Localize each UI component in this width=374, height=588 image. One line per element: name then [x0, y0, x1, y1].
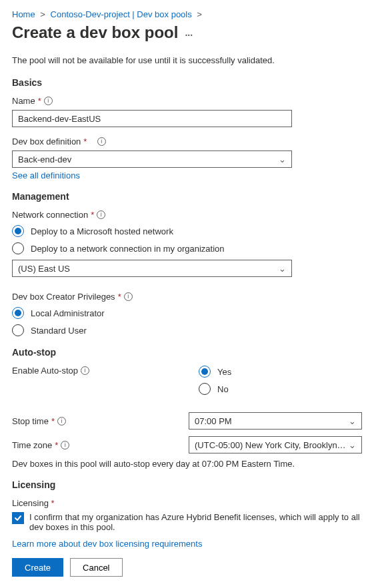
radio-org-network[interactable]	[12, 242, 24, 254]
definition-select[interactable]: Back-end-dev ⌄	[12, 150, 292, 168]
stop-time-label: Stop time	[12, 416, 49, 426]
chevron-down-icon: ⌄	[279, 264, 286, 274]
more-icon[interactable]: ···	[185, 30, 193, 41]
radio-standard-user-label: Standard User	[31, 326, 87, 336]
info-icon[interactable]: i	[124, 292, 133, 301]
section-autostop: Auto-stop	[12, 347, 362, 358]
required-icon: *	[91, 210, 94, 220]
chevron-down-icon: ⌄	[349, 440, 356, 450]
licensing-learn-link[interactable]: Learn more about dev box licensing requi…	[12, 539, 202, 549]
breadcrumb: Home > Contoso-Dev-project | Dev box poo…	[12, 9, 362, 19]
info-icon[interactable]: i	[97, 137, 106, 146]
licensing-label: Licensing	[12, 498, 49, 508]
timezone-select[interactable]: (UTC-05:00) New York City, Brooklyn, Que…	[189, 436, 362, 453]
section-management: Management	[12, 191, 362, 202]
breadcrumb-home[interactable]: Home	[12, 9, 35, 19]
info-icon[interactable]: i	[44, 97, 53, 105]
stop-time-select[interactable]: 07:00 PM ⌄	[189, 412, 362, 430]
chevron-right-icon: >	[37, 9, 48, 19]
required-icon: *	[38, 96, 41, 106]
chevron-down-icon: ⌄	[349, 416, 356, 426]
name-input[interactable]	[12, 110, 292, 127]
see-all-definitions-link[interactable]: See all definitions	[12, 170, 80, 180]
licensing-checkbox[interactable]	[12, 512, 24, 524]
section-basics: Basics	[12, 77, 362, 88]
radio-ms-hosted[interactable]	[12, 225, 24, 237]
breadcrumb-project[interactable]: Contoso-Dev-project | Dev box pools	[51, 9, 192, 19]
privileges-label: Dev box Creator Privileges	[12, 292, 115, 302]
radio-standard-user[interactable]	[12, 324, 24, 336]
radio-autostop-yes[interactable]	[199, 366, 211, 378]
name-label: Name	[12, 96, 35, 106]
licensing-confirm-text: I confirm that my organization has Azure…	[29, 512, 362, 532]
region-select[interactable]: (US) East US ⌄	[12, 260, 292, 277]
required-icon: *	[83, 137, 87, 147]
enable-autostop-label: Enable Auto-stop	[12, 366, 78, 376]
required-icon: *	[118, 292, 121, 302]
radio-org-network-label: Deploy to a network connection in my org…	[31, 244, 225, 254]
radio-autostop-no[interactable]	[199, 383, 211, 395]
required-icon: *	[51, 498, 55, 508]
chevron-down-icon: ⌄	[279, 154, 286, 164]
network-label: Network connection	[12, 210, 88, 220]
info-icon[interactable]: i	[57, 417, 66, 426]
radio-autostop-no-label: No	[217, 384, 229, 394]
validation-note: The pool will not be available for use u…	[12, 55, 362, 65]
timezone-label: Time zone	[12, 440, 52, 450]
info-icon[interactable]: i	[61, 441, 69, 449]
cancel-button[interactable]: Cancel	[70, 558, 122, 577]
radio-local-admin[interactable]	[12, 307, 24, 319]
info-icon[interactable]: i	[81, 366, 89, 375]
radio-ms-hosted-label: Deploy to a Microsoft hosted network	[31, 226, 173, 236]
section-licensing: Licensing	[12, 479, 362, 490]
definition-label: Dev box definition	[12, 137, 81, 147]
radio-autostop-yes-label: Yes	[217, 367, 231, 377]
chevron-right-icon: >	[194, 9, 205, 19]
page-title: Create a dev box pool ···	[12, 23, 362, 42]
create-button[interactable]: Create	[12, 558, 63, 577]
required-icon: *	[51, 416, 55, 426]
required-icon: *	[55, 440, 58, 450]
autostop-note: Dev boxes in this pool will auto-stop ev…	[12, 459, 362, 469]
radio-local-admin-label: Local Administrator	[31, 308, 105, 318]
info-icon[interactable]: i	[97, 210, 105, 219]
